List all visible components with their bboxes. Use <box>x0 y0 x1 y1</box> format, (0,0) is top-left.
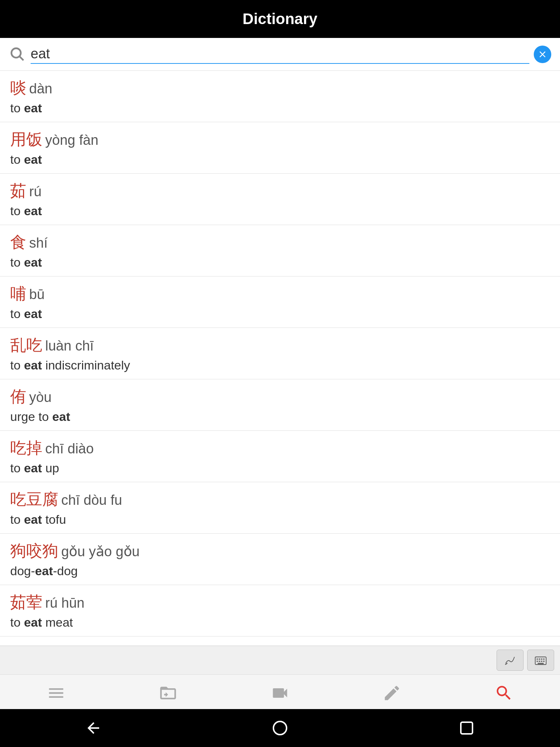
svg-rect-9 <box>541 661 542 662</box>
android-recents-button[interactable] <box>458 719 475 737</box>
result-item[interactable]: 狗咬狗gǒu yǎo gǒudog-eat-dog <box>0 534 560 585</box>
nav-pencil[interactable] <box>382 684 401 703</box>
chinese-char: 侑 <box>10 387 26 405</box>
chinese-char: 狗咬狗 <box>10 542 58 560</box>
pinyin: chī diào <box>45 441 94 456</box>
pinyin: shí <box>29 235 48 251</box>
result-item[interactable]: 吃喝chī hēto eat and drink <box>0 636 560 646</box>
svg-rect-5 <box>541 659 542 660</box>
bottom-nav <box>0 674 560 709</box>
svg-rect-10 <box>543 661 545 662</box>
result-item[interactable]: 茹荤rú hūnto eat meat <box>0 585 560 636</box>
input-method-bar <box>0 646 560 674</box>
nav-video[interactable] <box>271 684 289 703</box>
result-item[interactable]: 啖dànto eat <box>0 71 560 122</box>
svg-point-0 <box>11 48 21 58</box>
result-definition: to eat <box>10 307 550 321</box>
svg-rect-6 <box>543 659 545 660</box>
result-definition: to eat indiscriminately <box>10 358 550 372</box>
svg-rect-8 <box>539 661 540 662</box>
android-nav <box>0 709 560 747</box>
result-definition: to eat <box>10 255 550 270</box>
result-chinese: 用饭yòng fàn <box>10 129 550 150</box>
chinese-char: 吃掉 <box>10 439 42 457</box>
app-title: Dictionary <box>242 10 317 27</box>
result-item[interactable]: 哺būto eat <box>0 276 560 328</box>
result-item[interactable]: 吃豆腐chī dòu futo eat tofu <box>0 482 560 534</box>
keyboard-input-button[interactable] <box>527 650 554 671</box>
result-definition: to eat <box>10 204 550 218</box>
android-home-button[interactable] <box>271 719 289 737</box>
result-chinese: 吃喝chī hē <box>10 643 550 646</box>
result-chinese: 哺bū <box>10 283 550 305</box>
android-back-button[interactable] <box>85 719 102 737</box>
svg-rect-7 <box>537 661 538 662</box>
pinyin: rú hūn <box>45 595 85 611</box>
pinyin: chī dòu fu <box>61 492 122 508</box>
result-definition: dog-eat-dog <box>10 564 550 578</box>
result-chinese: 乱吃luàn chī <box>10 334 550 356</box>
result-definition: to eat tofu <box>10 512 550 527</box>
chinese-char: 食 <box>10 233 26 251</box>
result-chinese: 茹荤rú hūn <box>10 592 550 613</box>
result-chinese: 茹rú <box>10 180 550 202</box>
chinese-char: 吃豆腐 <box>10 490 58 508</box>
pinyin: yòu <box>29 390 51 405</box>
result-chinese: 食shí <box>10 232 550 253</box>
nav-folder[interactable] <box>159 684 178 703</box>
nav-search[interactable] <box>494 684 513 703</box>
result-item[interactable]: 乱吃luàn chīto eat indiscriminately <box>0 328 560 379</box>
result-chinese: 吃豆腐chī dòu fu <box>10 489 550 510</box>
result-definition: to eat <box>10 101 550 115</box>
clear-search-button[interactable] <box>534 46 551 63</box>
chinese-char: 用饭 <box>10 130 42 148</box>
result-item[interactable]: 茹rúto eat <box>0 174 560 225</box>
result-item[interactable]: 侑yòuurge to eat <box>0 379 560 431</box>
chinese-char: 乱吃 <box>10 336 42 354</box>
result-chinese: 吃掉chī diào <box>10 437 550 459</box>
svg-rect-11 <box>538 663 544 664</box>
result-chinese: 啖dàn <box>10 77 550 99</box>
result-definition: urge to eat <box>10 410 550 424</box>
nav-menu[interactable] <box>47 684 66 703</box>
pinyin: yòng fàn <box>45 132 98 148</box>
svg-line-1 <box>20 57 23 60</box>
pinyin: bū <box>29 287 44 302</box>
result-definition: to eat up <box>10 461 550 475</box>
svg-rect-13 <box>461 722 472 734</box>
svg-rect-4 <box>539 659 540 660</box>
chinese-char: 茹荤 <box>10 593 42 611</box>
pinyin: dàn <box>29 81 52 96</box>
result-item[interactable]: 食shíto eat <box>0 225 560 276</box>
chinese-char: 茹 <box>10 182 26 200</box>
result-item[interactable]: 吃掉chī diàoto eat up <box>0 431 560 482</box>
results-list: 啖dànto eat用饭yòng fànto eat茹rúto eat食shít… <box>0 71 560 646</box>
pinyin: rú <box>29 184 42 199</box>
result-definition: to eat <box>10 152 550 167</box>
svg-point-12 <box>273 721 287 735</box>
pinyin: luàn chī <box>45 338 94 353</box>
handwriting-input-button[interactable] <box>497 650 524 671</box>
pinyin: gǒu yǎo gǒu <box>61 544 140 559</box>
result-chinese: 狗咬狗gǒu yǎo gǒu <box>10 540 550 562</box>
search-bar <box>0 38 560 71</box>
chinese-char: 啖 <box>10 79 26 97</box>
search-input[interactable] <box>31 44 529 64</box>
result-chinese: 侑yòu <box>10 386 550 407</box>
chinese-char: 哺 <box>10 285 26 302</box>
search-bar-icon <box>9 46 25 63</box>
result-definition: to eat meat <box>10 615 550 630</box>
svg-rect-3 <box>537 659 538 660</box>
app-header: Dictionary <box>0 0 560 38</box>
result-item[interactable]: 用饭yòng fànto eat <box>0 122 560 174</box>
